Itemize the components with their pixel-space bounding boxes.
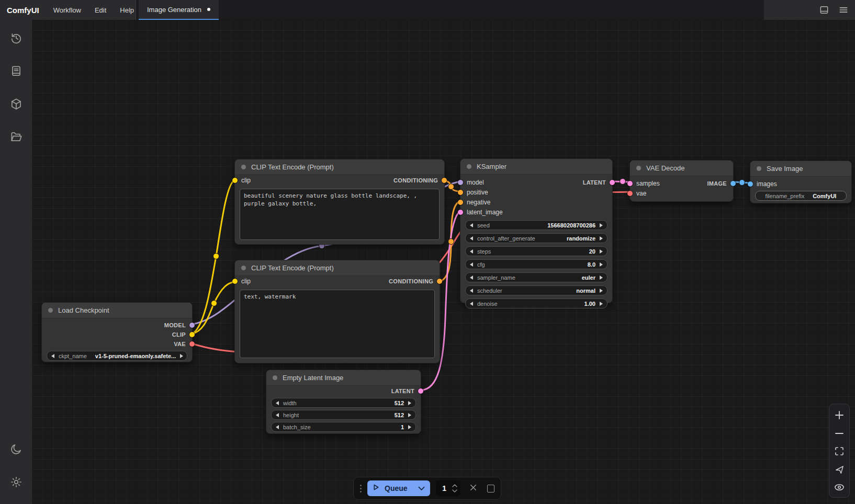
- node-clip-text-encode-positive[interactable]: CLIP Text Encode (Prompt) clip CONDITION…: [234, 159, 445, 245]
- increment-icon[interactable]: [408, 425, 411, 429]
- increment-icon[interactable]: [600, 262, 603, 267]
- widget-filename-prefix[interactable]: filename_prefix ComfyUI: [755, 191, 847, 201]
- decrement-icon[interactable]: [470, 249, 473, 254]
- input-port-positive[interactable]: [458, 190, 463, 195]
- collapse-dot[interactable]: [467, 164, 471, 169]
- node-ksampler[interactable]: KSampler model LATENT positive negative …: [460, 158, 613, 303]
- output-port-conditioning[interactable]: [437, 279, 442, 284]
- next-value-icon[interactable]: [600, 276, 603, 280]
- prev-value-icon[interactable]: [470, 276, 473, 280]
- node-header[interactable]: VAE Decode: [630, 161, 733, 176]
- chevron-down-icon[interactable]: [418, 484, 425, 493]
- stepper-down-icon[interactable]: [452, 489, 457, 492]
- decrement-icon[interactable]: [470, 302, 473, 306]
- widget-width[interactable]: width 512: [271, 398, 416, 408]
- sidebar-item-history[interactable]: [0, 26, 32, 53]
- node-header[interactable]: KSampler: [460, 159, 612, 175]
- node-load-checkpoint[interactable]: Load Checkpoint MODEL CLIP VAE ckpt_name…: [41, 302, 193, 362]
- collapse-dot[interactable]: [636, 166, 641, 170]
- toggle-visibility-icon[interactable]: [834, 484, 845, 491]
- widget-sampler-name[interactable]: sampler_name euler: [465, 272, 608, 282]
- node-header[interactable]: CLIP Text Encode (Prompt): [235, 260, 440, 276]
- node-header[interactable]: Save Image: [750, 161, 851, 177]
- menu-workflow[interactable]: Workflow: [47, 0, 88, 20]
- widget-steps[interactable]: steps 20: [465, 246, 608, 256]
- output-port-image[interactable]: [730, 181, 736, 186]
- input-port-images[interactable]: [748, 181, 753, 187]
- increment-icon[interactable]: [408, 401, 411, 405]
- stop-icon[interactable]: [487, 485, 494, 492]
- output-port-latent[interactable]: [610, 180, 615, 185]
- zoom-out-icon[interactable]: [835, 429, 844, 438]
- increment-icon[interactable]: [600, 302, 603, 306]
- output-port-model[interactable]: [189, 323, 195, 328]
- sidebar-item-theme-toggle[interactable]: [0, 437, 32, 464]
- tab-image-generation[interactable]: Image Generation: [139, 0, 219, 20]
- decrement-icon[interactable]: [276, 425, 279, 429]
- prev-value-icon[interactable]: [51, 354, 54, 358]
- decrement-icon[interactable]: [276, 401, 279, 405]
- node-clip-text-encode-negative[interactable]: CLIP Text Encode (Prompt) clip CONDITION…: [234, 260, 440, 363]
- decrement-icon[interactable]: [276, 413, 279, 417]
- sidebar-item-settings[interactable]: [0, 469, 32, 497]
- prev-value-icon[interactable]: [470, 289, 473, 293]
- widget-seed[interactable]: seed 156680208700286: [465, 220, 608, 230]
- next-value-icon[interactable]: [600, 236, 603, 240]
- increment-icon[interactable]: [600, 223, 603, 227]
- collapse-dot[interactable]: [241, 266, 246, 270]
- output-port-latent[interactable]: [418, 388, 423, 394]
- output-port-conditioning[interactable]: [442, 178, 447, 183]
- node-empty-latent-image[interactable]: Empty Latent Image LATENT width 512 heig…: [266, 370, 421, 434]
- input-port-vae[interactable]: [627, 191, 633, 196]
- widget-batch-size[interactable]: batch_size 1: [271, 422, 416, 432]
- next-value-icon[interactable]: [180, 354, 183, 358]
- widget-ckpt-name[interactable]: ckpt_name v1-5-pruned-emaonly.safete...: [47, 351, 187, 361]
- decrement-icon[interactable]: [470, 262, 473, 267]
- collapse-dot[interactable]: [757, 166, 761, 171]
- increment-icon[interactable]: [600, 249, 603, 254]
- input-port-clip[interactable]: [232, 279, 238, 284]
- close-icon[interactable]: [469, 484, 477, 494]
- zoom-in-icon[interactable]: [835, 410, 844, 420]
- input-port-clip[interactable]: [232, 178, 238, 183]
- prev-value-icon[interactable]: [470, 236, 473, 240]
- input-port-negative[interactable]: [458, 200, 463, 205]
- menu-icon[interactable]: [838, 5, 849, 15]
- increment-icon[interactable]: [408, 413, 411, 417]
- node-header[interactable]: Empty Latent Image: [266, 370, 421, 386]
- node-header[interactable]: CLIP Text Encode (Prompt): [235, 159, 444, 175]
- input-port-samples[interactable]: [627, 181, 633, 186]
- panel-toggle-icon[interactable]: [819, 5, 829, 15]
- node-header[interactable]: Load Checkpoint: [42, 303, 192, 318]
- collapse-dot[interactable]: [48, 308, 53, 313]
- prompt-textarea[interactable]: text, watermark: [240, 290, 435, 358]
- collapse-dot[interactable]: [241, 165, 246, 169]
- port-label: positive: [467, 189, 488, 196]
- sidebar-item-model-library[interactable]: [0, 91, 32, 119]
- output-port-clip[interactable]: [189, 332, 195, 337]
- stepper-up-icon[interactable]: [452, 484, 457, 487]
- sidebar-item-workflows[interactable]: [0, 124, 32, 152]
- batch-count-stepper[interactable]: 1: [436, 480, 460, 496]
- prompt-textarea[interactable]: beautiful scenery nature glass bottle la…: [240, 189, 440, 240]
- sidebar-item-queue[interactable]: [0, 59, 32, 86]
- fit-view-icon[interactable]: [835, 446, 844, 456]
- queue-button[interactable]: Queue: [367, 480, 430, 496]
- input-port-latent-image[interactable]: [458, 210, 463, 215]
- node-save-image[interactable]: Save Image images filename_prefix ComfyU…: [750, 161, 852, 203]
- node-graph-canvas[interactable]: [32, 20, 855, 504]
- menu-edit[interactable]: Edit: [88, 0, 113, 20]
- widget-scheduler[interactable]: scheduler normal: [465, 285, 608, 295]
- drag-handle-icon[interactable]: [360, 485, 362, 492]
- decrement-icon[interactable]: [470, 223, 473, 227]
- widget-denoise[interactable]: denoise 1.00: [465, 299, 608, 308]
- output-port-vae[interactable]: [189, 341, 195, 347]
- collapse-dot[interactable]: [273, 375, 277, 380]
- widget-control-after-generate[interactable]: control_after_generate randomize: [465, 233, 608, 243]
- widget-height[interactable]: height 512: [271, 410, 416, 420]
- next-value-icon[interactable]: [600, 289, 603, 293]
- node-vae-decode[interactable]: VAE Decode samples IMAGE vae: [629, 160, 734, 202]
- widget-cfg[interactable]: cfg 8.0: [465, 259, 608, 269]
- pointer-icon[interactable]: [835, 465, 845, 475]
- input-port-model[interactable]: [458, 180, 463, 185]
